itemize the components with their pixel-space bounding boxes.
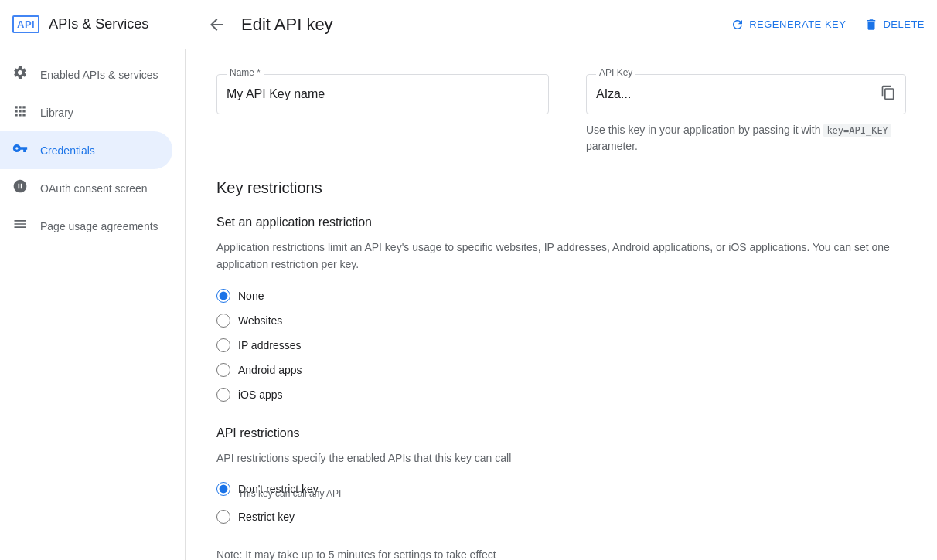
sidebar-item-credentials[interactable]: Credentials	[0, 131, 172, 169]
oauth-icon	[12, 178, 28, 198]
radio-ios-apps-label: iOS apps	[238, 389, 283, 401]
form-top-row: Name * API Key	[216, 74, 906, 154]
sidebar: Enabled APIs & services Library Credenti…	[0, 49, 186, 560]
app-restriction-radio-group: None Websites IP addresses Android apps …	[216, 289, 906, 402]
radio-ios-apps[interactable]: iOS apps	[216, 388, 906, 402]
radio-android-apps-label: Android apps	[238, 364, 302, 376]
radio-websites-label: Websites	[238, 314, 282, 327]
sidebar-item-credentials-label: Credentials	[40, 144, 95, 157]
name-label: Name *	[227, 67, 264, 78]
api-restriction-desc: API restrictions specify the enabled API…	[216, 450, 906, 467]
radio-ip-addresses-label: IP addresses	[238, 339, 301, 351]
radio-websites[interactable]: Websites	[216, 314, 906, 328]
radio-android-apps-input[interactable]	[216, 363, 230, 377]
api-key-label: API Key	[596, 67, 635, 78]
credentials-icon	[12, 141, 28, 160]
sidebar-item-page-usage[interactable]: Page usage agreements	[0, 207, 172, 245]
library-icon	[12, 103, 28, 122]
api-key-input[interactable]	[587, 75, 871, 114]
gear-icon	[12, 65, 28, 84]
logo-area: API APIs & Services	[12, 15, 198, 33]
radio-websites-input[interactable]	[216, 314, 230, 328]
name-input[interactable]	[217, 75, 548, 114]
api-key-field-wrapper: API Key	[586, 74, 906, 114]
api-key-container: API Key Use this key in your application…	[586, 74, 906, 154]
api-restriction-radio-group: Don't restrict key This key can call any…	[216, 482, 906, 524]
api-key-param: key=API_KEY	[823, 124, 891, 137]
regenerate-label: REGENERATE KEY	[749, 19, 846, 30]
radio-none[interactable]: None	[216, 289, 906, 303]
regenerate-key-button[interactable]: REGENERATE KEY	[731, 18, 846, 32]
sidebar-item-library-label: Library	[40, 107, 73, 119]
key-restrictions-title: Key restrictions	[216, 179, 906, 197]
top-header: API APIs & Services Edit API key REGENER…	[0, 0, 937, 49]
page-usage-icon	[12, 216, 28, 236]
delete-icon	[864, 18, 878, 32]
radio-dont-restrict-sublabel: This key can call any API	[238, 488, 906, 499]
radio-none-input[interactable]	[216, 289, 230, 303]
sidebar-item-enabled-apis-label: Enabled APIs & services	[40, 69, 158, 81]
delete-label: DELETE	[883, 19, 925, 30]
radio-restrict-key[interactable]: Restrict key	[216, 510, 906, 524]
radio-restrict-key-label: Restrict key	[238, 511, 295, 523]
page-header: Edit API key REGENERATE KEY DELETE	[198, 12, 925, 37]
radio-ip-addresses[interactable]: IP addresses	[216, 338, 906, 352]
sidebar-item-library[interactable]: Library	[0, 93, 172, 131]
api-restriction-dont-restrict-group: Don't restrict key This key can call any…	[216, 482, 906, 499]
app-name: APIs & Services	[49, 16, 148, 32]
radio-none-label: None	[238, 290, 264, 302]
copy-api-key-button[interactable]	[871, 79, 905, 110]
page-title: Edit API key	[241, 15, 333, 35]
sidebar-item-oauth[interactable]: OAuth consent screen	[0, 169, 172, 207]
radio-android-apps[interactable]: Android apps	[216, 363, 906, 377]
api-logo: API	[12, 15, 39, 33]
back-button[interactable]	[204, 12, 229, 37]
main-layout: Enabled APIs & services Library Credenti…	[0, 49, 937, 560]
delete-button[interactable]: DELETE	[864, 18, 925, 32]
main-content: Name * API Key	[186, 49, 937, 560]
app-restriction-title: Set an application restriction	[216, 216, 906, 229]
header-actions: REGENERATE KEY DELETE	[731, 18, 925, 32]
sidebar-item-enabled-apis[interactable]: Enabled APIs & services	[0, 56, 172, 93]
app-restriction-desc: Application restrictions limit an API ke…	[216, 239, 906, 273]
name-field-wrapper: Name *	[216, 74, 549, 114]
radio-ip-addresses-input[interactable]	[216, 338, 230, 352]
regenerate-icon	[731, 18, 744, 32]
settings-note: Note: It may take up to 5 minutes for se…	[216, 548, 906, 560]
name-field-container: Name *	[216, 74, 549, 154]
sidebar-item-page-usage-label: Page usage agreements	[40, 220, 158, 232]
back-icon	[207, 15, 226, 34]
radio-ios-apps-input[interactable]	[216, 388, 230, 402]
sidebar-item-oauth-label: OAuth consent screen	[40, 182, 148, 195]
radio-dont-restrict-input[interactable]	[216, 482, 230, 496]
copy-icon	[881, 85, 896, 100]
api-restriction-title: API restrictions	[216, 426, 906, 440]
radio-restrict-key-input[interactable]	[216, 510, 230, 524]
api-key-hint-text: Use this key in your application by pass…	[586, 122, 906, 154]
api-key-field	[587, 75, 905, 114]
